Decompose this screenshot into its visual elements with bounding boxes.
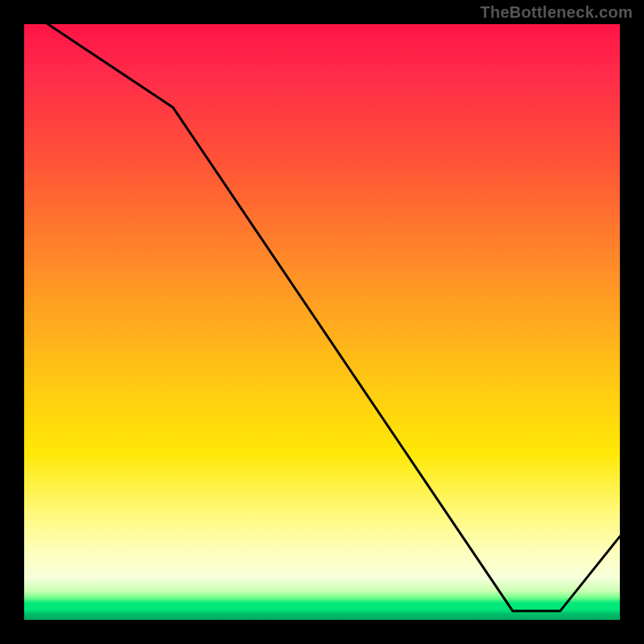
watermark-text: TheBottleneck.com bbox=[480, 3, 633, 22]
chart-stage: TheBottleneck.com bbox=[0, 0, 644, 644]
line-curve bbox=[24, 24, 620, 620]
curve-path bbox=[24, 6, 620, 611]
plot-area bbox=[24, 24, 620, 620]
